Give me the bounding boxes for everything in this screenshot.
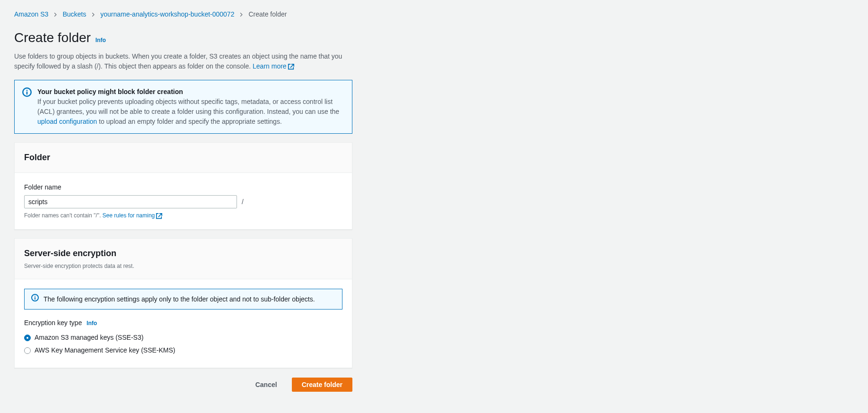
policy-alert: Your bucket policy might block folder cr… — [14, 80, 352, 134]
chevron-right-icon — [91, 12, 96, 17]
folder-name-label: Folder name — [24, 182, 342, 192]
alert-body: If your bucket policy prevents uploading… — [37, 97, 344, 127]
page-title: Create folder — [14, 28, 91, 48]
chevron-right-icon — [239, 12, 244, 17]
info-icon — [22, 87, 32, 127]
radio-icon — [24, 335, 31, 341]
svg-point-1 — [26, 90, 28, 91]
radio-icon — [24, 347, 31, 354]
cancel-button[interactable]: Cancel — [245, 378, 287, 392]
radio-sse-s3[interactable]: Amazon S3 managed keys (SSE-S3) — [24, 333, 342, 343]
folder-panel-title: Folder — [24, 151, 342, 164]
svg-point-4 — [35, 296, 35, 297]
breadcrumb-current: Create folder — [248, 9, 287, 19]
encryption-key-radio-group: Amazon S3 managed keys (SSE-S3) AWS Key … — [24, 333, 342, 355]
info-link[interactable]: Info — [96, 37, 106, 43]
create-folder-button[interactable]: Create folder — [292, 378, 352, 392]
breadcrumb: Amazon S3 Buckets yourname-analytics-wor… — [14, 9, 352, 19]
naming-rules-link[interactable]: See rules for naming — [103, 212, 163, 219]
learn-more-link[interactable]: Learn more — [253, 62, 294, 70]
folder-name-hint: Folder names can't contain "/". See rule… — [24, 211, 342, 220]
radio-label: Amazon S3 managed keys (SSE-S3) — [35, 333, 143, 343]
svg-rect-5 — [35, 297, 35, 300]
external-link-icon — [156, 213, 162, 219]
key-type-info-link[interactable]: Info — [87, 320, 97, 327]
breadcrumb-link-buckets[interactable]: Buckets — [62, 9, 86, 19]
breadcrumb-link-bucket[interactable]: yourname-analytics-workshop-bucket-00007… — [100, 9, 234, 19]
chevron-right-icon — [53, 12, 58, 17]
alert-title: Your bucket policy might block folder cr… — [37, 87, 344, 97]
external-link-icon — [288, 63, 294, 70]
svg-rect-2 — [26, 92, 28, 95]
breadcrumb-link-s3[interactable]: Amazon S3 — [14, 9, 48, 19]
radio-label: AWS Key Management Service key (SSE-KMS) — [35, 345, 175, 355]
page-description: Use folders to group objects in buckets.… — [14, 52, 352, 71]
radio-sse-kms[interactable]: AWS Key Management Service key (SSE-KMS) — [24, 345, 342, 355]
inline-alert-text: The following encryption settings apply … — [44, 294, 315, 304]
encryption-inline-alert: The following encryption settings apply … — [24, 289, 342, 310]
encryption-panel: Server-side encryption Server-side encry… — [14, 238, 352, 368]
footer-actions: Cancel Create folder — [14, 378, 352, 392]
page-header: Create folder Info Use folders to group … — [14, 28, 352, 71]
encryption-panel-title: Server-side encryption — [24, 247, 342, 260]
info-icon — [31, 294, 39, 304]
encryption-panel-subtitle: Server-side encryption protects data at … — [24, 262, 342, 270]
key-type-label: Encryption key type — [24, 319, 82, 327]
slash-suffix: / — [242, 197, 244, 207]
upload-config-link[interactable]: upload configuration — [37, 118, 97, 125]
folder-name-input[interactable] — [24, 195, 237, 208]
folder-panel: Folder Folder name / Folder names can't … — [14, 142, 352, 230]
